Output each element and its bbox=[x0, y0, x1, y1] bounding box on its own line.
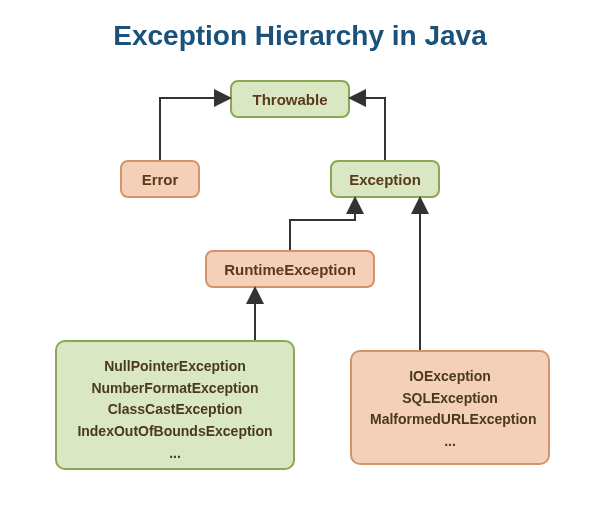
runtime-child-item: IndexOutOfBoundsException bbox=[75, 421, 275, 443]
node-error: Error bbox=[120, 160, 200, 198]
exception-child-item: ... bbox=[370, 431, 530, 453]
runtime-child-item: ClassCastException bbox=[75, 399, 275, 421]
node-exception-children: IOException SQLException MalformedURLExc… bbox=[350, 350, 550, 465]
exception-child-item: MalformedURLException bbox=[370, 409, 530, 431]
runtime-child-item: NumberFormatException bbox=[75, 378, 275, 400]
node-exception: Exception bbox=[330, 160, 440, 198]
exception-child-item: SQLException bbox=[370, 388, 530, 410]
node-runtime-exception: RuntimeException bbox=[205, 250, 375, 288]
exception-child-item: IOException bbox=[370, 366, 530, 388]
runtime-child-item: ... bbox=[75, 443, 275, 465]
diagram-title: Exception Hierarchy in Java bbox=[0, 20, 600, 52]
runtime-child-item: NullPointerException bbox=[75, 356, 275, 378]
node-runtime-children: NullPointerException NumberFormatExcepti… bbox=[55, 340, 295, 470]
node-throwable: Throwable bbox=[230, 80, 350, 118]
